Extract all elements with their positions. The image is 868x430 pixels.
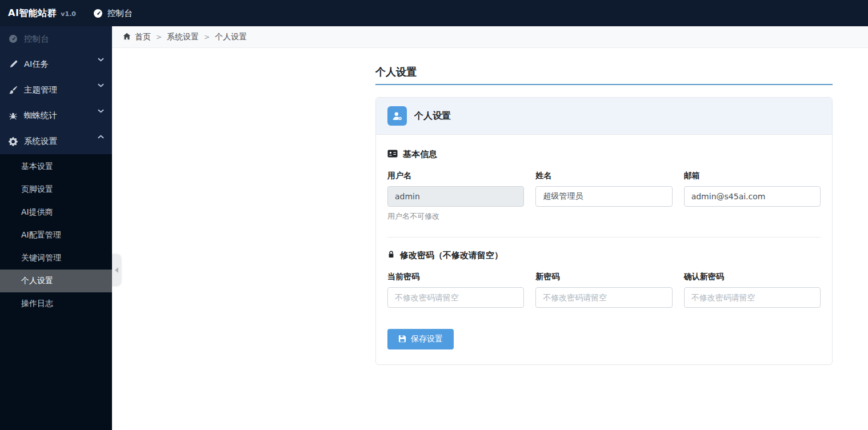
- breadcrumb-current: 个人设置: [215, 32, 247, 42]
- breadcrumb-home[interactable]: 首页: [123, 32, 151, 42]
- sidebar-item-label: AI任务: [24, 59, 49, 70]
- chevron-left-icon: [115, 267, 118, 273]
- gear-icon: [8, 137, 18, 146]
- confirm-password-group: 确认新密码: [684, 272, 821, 308]
- card-header-title: 个人设置: [414, 110, 451, 122]
- email-input[interactable]: [684, 186, 821, 207]
- new-password-label: 新密码: [535, 272, 672, 282]
- breadcrumb-section[interactable]: 系统设置: [167, 32, 199, 42]
- main-area: 首页 > 系统设置 > 个人设置 个人设置 个人设置: [112, 26, 868, 430]
- topbar-console-link[interactable]: 控制台: [93, 8, 133, 19]
- save-settings-button[interactable]: 保存设置: [387, 329, 454, 349]
- sidebar-subitem-ai-config[interactable]: AI配置管理: [0, 224, 112, 247]
- sidebar-subitem-ai-providers[interactable]: AI提供商: [0, 201, 112, 224]
- change-password-title: 修改密码（不修改请留空）: [400, 250, 503, 261]
- sidebar: 控制台 AI任务 主题管理: [0, 26, 112, 430]
- section-divider: [387, 237, 821, 238]
- save-icon: [398, 335, 406, 344]
- name-label: 姓名: [535, 171, 672, 181]
- user-gear-icon: [387, 106, 407, 126]
- password-fields: 当前密码 新密码 确认新密码: [387, 272, 821, 308]
- app-title: AI智能站群: [8, 7, 57, 19]
- main-layout: 控制台 AI任务 主题管理: [0, 26, 868, 430]
- sidebar-item-console[interactable]: 控制台: [0, 26, 112, 51]
- title-underline: [375, 84, 833, 85]
- sidebar-subitem-keywords[interactable]: 关键词管理: [0, 247, 112, 270]
- breadcrumb-separator: >: [156, 33, 162, 41]
- personal-settings-card: 个人设置 基本信息 用户名: [375, 97, 833, 365]
- app-brand[interactable]: AI智能站群 v1.0: [8, 7, 76, 19]
- new-password-input[interactable]: [535, 287, 672, 308]
- sidebar-collapse-handle[interactable]: [112, 254, 121, 286]
- topbar-console-label: 控制台: [107, 8, 133, 19]
- confirm-password-label: 确认新密码: [684, 272, 821, 282]
- chevron-down-icon: [98, 106, 104, 115]
- sidebar-subitem-footer-settings[interactable]: 页脚设置: [0, 178, 112, 201]
- sidebar-main-menu: 控制台 AI任务 主题管理: [0, 26, 112, 154]
- change-password-heading: 修改密码（不修改请留空）: [387, 250, 821, 261]
- current-password-group: 当前密码: [387, 272, 524, 308]
- sidebar-subitem-operation-log[interactable]: 操作日志: [0, 292, 112, 315]
- current-password-input[interactable]: [387, 287, 524, 308]
- current-password-label: 当前密码: [387, 272, 524, 282]
- brush-icon: [8, 86, 18, 95]
- sidebar-item-label: 系统设置: [24, 136, 57, 147]
- topbar: AI智能站群 v1.0 控制台: [0, 0, 868, 26]
- name-input[interactable]: [535, 186, 672, 207]
- basic-info-title: 基本信息: [403, 149, 437, 160]
- username-hint: 用户名不可修改: [387, 211, 524, 222]
- card-header: 个人设置: [376, 98, 832, 135]
- pen-icon: [8, 60, 18, 69]
- spider-icon: [8, 111, 18, 120]
- basic-info-fields: 用户名 用户名不可修改 姓名 邮箱: [387, 171, 821, 222]
- id-card-icon: [387, 150, 398, 160]
- sidebar-item-label: 主题管理: [24, 85, 57, 95]
- name-field-group: 姓名: [535, 171, 672, 222]
- sidebar-item-ai-tasks[interactable]: AI任务: [0, 51, 112, 77]
- page-title: 个人设置: [375, 65, 833, 79]
- chevron-down-icon: [98, 80, 104, 89]
- breadcrumb-home-label: 首页: [135, 32, 151, 42]
- username-field-group: 用户名 用户名不可修改: [387, 171, 524, 222]
- sidebar-item-theme-mgmt[interactable]: 主题管理: [0, 77, 112, 103]
- username-input[interactable]: [387, 186, 524, 207]
- app-version: v1.0: [61, 10, 76, 18]
- email-field-group: 邮箱: [684, 171, 821, 222]
- basic-info-heading: 基本信息: [387, 149, 821, 160]
- home-icon: [123, 33, 131, 42]
- tachometer-icon: [93, 9, 103, 18]
- sidebar-item-system-settings[interactable]: 系统设置: [0, 128, 112, 154]
- new-password-group: 新密码: [535, 272, 672, 308]
- save-settings-label: 保存设置: [411, 334, 443, 344]
- breadcrumb-separator: >: [204, 33, 210, 41]
- email-label: 邮箱: [684, 171, 821, 181]
- confirm-password-input[interactable]: [684, 287, 821, 308]
- breadcrumb: 首页 > 系统设置 > 个人设置: [112, 26, 868, 48]
- chevron-down-icon: [98, 54, 104, 63]
- card-body: 基本信息 用户名 用户名不可修改 姓名: [376, 135, 832, 364]
- sidebar-item-label: 控制台: [24, 34, 49, 45]
- sidebar-item-label: 蜘蛛统计: [24, 110, 57, 121]
- sidebar-subitem-personal-settings[interactable]: 个人设置: [0, 270, 112, 292]
- chevron-up-icon: [98, 131, 104, 140]
- tachometer-icon: [8, 34, 18, 43]
- username-label: 用户名: [387, 171, 524, 181]
- lock-icon: [387, 250, 395, 261]
- sidebar-item-spider-stats[interactable]: 蜘蛛统计: [0, 103, 112, 128]
- sidebar-subitem-basic-settings[interactable]: 基本设置: [0, 155, 112, 178]
- sidebar-submenu: 基本设置 页脚设置 AI提供商 AI配置管理 关键词管理 个人设置 操作日志: [0, 154, 112, 430]
- page-content: 个人设置 个人设置: [112, 48, 868, 430]
